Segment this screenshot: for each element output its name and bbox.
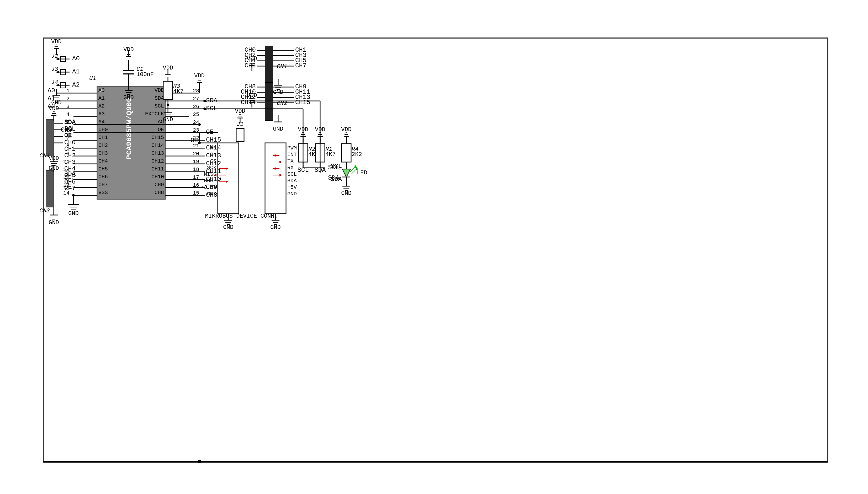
svg-text:SCL: SCL: [287, 171, 297, 177]
svg-text:VDD: VDD: [51, 39, 62, 45]
svg-text:+3.3V: +3.3V: [201, 184, 217, 190]
svg-text:VDD: VDD: [123, 46, 134, 53]
svg-text:CH1: CH1: [64, 146, 76, 153]
svg-text:GND: GND: [207, 191, 217, 197]
svg-text:GND: GND: [270, 224, 281, 231]
svg-text:OE: OE: [190, 137, 198, 144]
svg-text:CN4: CN4: [39, 153, 50, 159]
svg-text:CH4: CH4: [98, 158, 108, 164]
svg-text:25: 25: [193, 111, 199, 117]
svg-text:A1: A1: [48, 95, 55, 102]
svg-text:SCL: SCL: [64, 177, 76, 184]
svg-text:SDA: SDA: [331, 176, 342, 183]
svg-text:GND: GND: [68, 210, 79, 217]
svg-text:SCL: SCL: [154, 103, 164, 109]
svg-text:PWM: PWM: [287, 145, 297, 151]
svg-text:A2: A2: [48, 103, 55, 110]
svg-text:OE: OE: [158, 127, 164, 133]
svg-text:GND: GND: [341, 190, 352, 197]
svg-text:SDA: SDA: [287, 178, 297, 184]
svg-text:VSS: VSS: [98, 190, 108, 196]
svg-text:GND: GND: [273, 126, 283, 132]
svg-text:CH0: CH0: [98, 127, 108, 133]
svg-text:A2: A2: [72, 81, 80, 88]
svg-text:CH7: CH7: [98, 182, 108, 188]
svg-point-159: [57, 84, 59, 86]
svg-text:CH15: CH15: [151, 134, 164, 140]
svg-point-393: [198, 460, 201, 463]
svg-point-405: [203, 100, 206, 102]
svg-text:MIKROBUS DEVICE CONN.: MIKROBUS DEVICE CONN.: [205, 213, 278, 220]
svg-point-149: [57, 58, 59, 60]
svg-text:GND: GND: [49, 220, 59, 226]
svg-text:4K7: 4K7: [325, 151, 336, 158]
svg-text:CH12: CH12: [151, 158, 164, 164]
svg-text:A3: A3: [98, 111, 105, 117]
svg-point-406: [203, 108, 206, 110]
svg-text:GND: GND: [123, 94, 134, 101]
svg-text:VDD: VDD: [247, 92, 257, 99]
svg-text:4: 4: [67, 111, 70, 117]
svg-text:CH3: CH3: [64, 159, 76, 166]
svg-text:GND: GND: [163, 116, 173, 123]
svg-text:INT: INT: [287, 152, 297, 157]
svg-text:CH9: CH9: [154, 182, 164, 188]
svg-text:TX: TX: [287, 158, 294, 164]
svg-text:MOSI: MOSI: [204, 178, 217, 184]
svg-rect-131: [46, 170, 54, 207]
svg-text:J3: J3: [51, 66, 58, 73]
svg-text:VDD: VDD: [163, 65, 173, 71]
svg-rect-261: [265, 82, 273, 120]
svg-text:LED: LED: [357, 170, 367, 176]
svg-rect-199: [163, 81, 173, 100]
svg-text:GND: GND: [223, 224, 234, 231]
svg-text:RX: RX: [287, 165, 294, 171]
svg-text:CH0: CH0: [64, 139, 76, 146]
svg-text:SCK: SCK: [207, 165, 217, 171]
svg-point-400: [72, 194, 75, 197]
svg-text:SDA: SDA: [64, 170, 76, 177]
svg-text:CH13: CH13: [151, 150, 164, 156]
svg-text:SDA: SDA: [154, 95, 164, 101]
svg-text:VDD: VDD: [247, 56, 257, 62]
svg-text:CH1: CH1: [98, 134, 108, 140]
svg-text:A2: A2: [98, 103, 105, 109]
svg-text:A0: A0: [98, 87, 105, 93]
svg-text:CN1: CN1: [277, 63, 287, 70]
svg-text:A0: A0: [72, 55, 80, 62]
svg-text:AN: AN: [210, 145, 217, 151]
svg-text:CH2: CH2: [98, 142, 108, 148]
svg-text:VDD: VDD: [49, 155, 59, 162]
svg-text:VDD: VDD: [341, 127, 352, 133]
svg-text:CH0: CH0: [61, 127, 72, 133]
svg-text:A1: A1: [72, 68, 80, 75]
svg-text:A4: A4: [98, 119, 105, 125]
svg-text:OE: OE: [64, 184, 72, 191]
svg-text:CH15: CH15: [206, 136, 221, 144]
svg-text:CH8: CH8: [154, 190, 164, 196]
svg-text:VDD: VDD: [154, 87, 164, 93]
svg-text:PCA9685PW/Q900: PCA9685PW/Q900: [125, 97, 133, 159]
svg-text:CH5: CH5: [98, 166, 108, 172]
svg-text:GND: GND: [287, 191, 297, 197]
svg-text:CH3: CH3: [98, 150, 108, 156]
svg-text:J2: J2: [51, 53, 58, 59]
svg-text:A1: A1: [98, 95, 105, 101]
svg-text:CN3: CN3: [39, 208, 50, 214]
svg-text:100nF: 100nF: [136, 71, 154, 78]
svg-text:A0: A0: [48, 87, 55, 94]
svg-text:CH2: CH2: [64, 152, 76, 159]
svg-text:2K2: 2K2: [352, 151, 362, 158]
svg-text:CH15: CH15: [295, 99, 310, 106]
svg-text:+5V: +5V: [287, 184, 297, 190]
svg-text:CH10: CH10: [151, 174, 164, 180]
svg-text:CH14: CH14: [151, 142, 164, 148]
svg-text:CH6: CH6: [98, 174, 108, 180]
svg-text:MISO: MISO: [204, 171, 217, 177]
svg-point-154: [57, 71, 59, 73]
svg-text:SCL: SCL: [331, 163, 342, 170]
schematic-canvas: PCA9685PW/Q900 U1 A0 1 A1 2 A2 3 A3 4 A4…: [0, 0, 868, 494]
svg-text:CH7: CH7: [295, 62, 307, 69]
svg-text:CS: CS: [210, 158, 217, 164]
svg-text:CH11: CH11: [151, 166, 164, 172]
